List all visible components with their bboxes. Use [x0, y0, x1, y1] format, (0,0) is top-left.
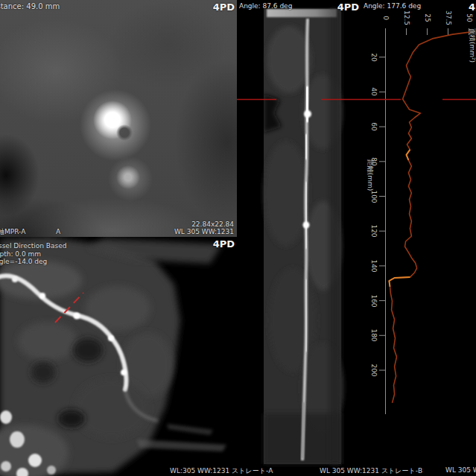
straight-status-text: WL 305 WW:1231 ストレート-B [320, 466, 422, 476]
angle-readout: Angle=-14.0 deg [0, 258, 47, 266]
curved-mpr-image [0, 237, 237, 476]
tracking-mode-label: Vessel Direction Based [0, 242, 66, 250]
viewport-label-4pd: 4PD [469, 1, 476, 13]
axial-ct-image [0, 0, 237, 237]
series-label: 軸MPR-A [0, 228, 25, 236]
area-axis-title: 面積(mm²) [468, 23, 476, 68]
axial-mpr-viewport[interactable]: Distance: 49.0 mm 4PD 22.84x22.84 WL 305… [0, 0, 237, 237]
viewport-label-4pd: 4PD [213, 238, 235, 250]
viewport-label-4pd: 4PD [337, 1, 359, 13]
vessel-graph-viewport[interactable]: 4PD 面積(mm²) [361, 0, 476, 476]
orientation-marker: A [56, 228, 60, 236]
curved-status-text: WL:305 WW:1231 ストレート-A [170, 466, 273, 476]
distance-readout: Distance: 49.0 mm [0, 2, 60, 10]
viewport-label-4pd: 4PD [213, 1, 235, 13]
curved-mpr-viewport[interactable]: Vessel Direction Based Depth: 0.0 mm Ang… [0, 237, 237, 476]
window-level-readout: WL 305 WW:1231 [174, 228, 234, 236]
angle-readout: Angle: 87.6 deg [239, 2, 292, 10]
straightened-vessel-image [237, 0, 361, 476]
straightened-cpr-viewport[interactable]: Angle: 87.6 deg 4PD [237, 0, 361, 476]
graph-status-text: WL 305 WW:1231 [445, 466, 476, 474]
ct-vessel-analysis-screen: Distance: 49.0 mm 4PD 22.84x22.84 WL 305… [0, 0, 476, 476]
